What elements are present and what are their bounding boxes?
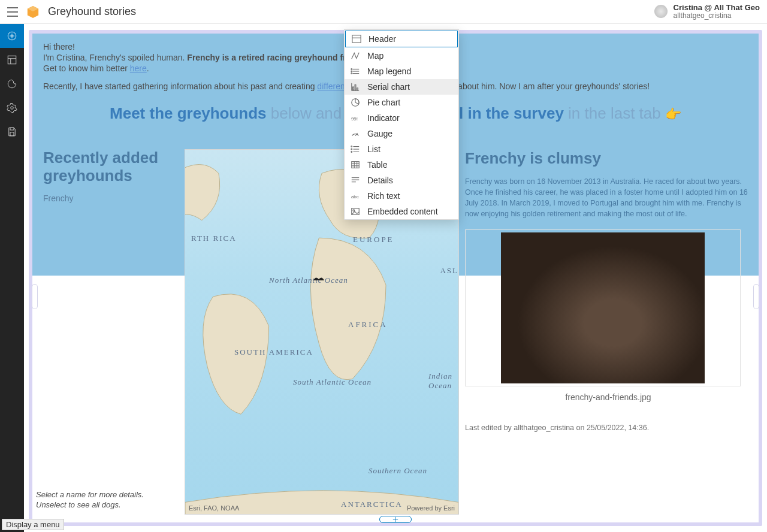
svg-rect-27 <box>357 88 358 90</box>
status-bar: Display a menu <box>2 519 64 530</box>
map-label-africa: AFRICA <box>348 320 388 330</box>
map-label-natl: North Atlantic Ocean <box>269 276 348 285</box>
map-label-asl: ASL <box>440 266 458 276</box>
svg-rect-15 <box>352 35 361 43</box>
svg-point-35 <box>351 149 352 150</box>
svg-point-20 <box>351 69 352 70</box>
svg-point-8 <box>11 107 14 110</box>
top-bar: Greyhound stories Cristina @ All That Ge… <box>0 0 767 24</box>
map-powered: Powered by Esri <box>407 504 455 512</box>
menu-item-embedded[interactable]: Embedded content <box>345 204 458 219</box>
left-panel: Recently added greyhounds Frenchy <box>40 149 179 515</box>
photo-frame <box>465 229 741 386</box>
svg-point-21 <box>351 71 352 72</box>
avatar <box>654 5 668 18</box>
sidebar-layout[interactable] <box>0 48 24 72</box>
svg-point-22 <box>351 73 352 74</box>
menu-item-map-legend[interactable]: Map legend <box>345 64 458 79</box>
point-right-icon: 👉 <box>665 107 681 122</box>
menu-item-gauge[interactable]: Gauge <box>345 126 458 141</box>
svg-rect-26 <box>355 84 356 90</box>
svg-text:abc: abc <box>351 194 359 200</box>
menu-item-header[interactable]: Header <box>345 31 458 47</box>
map-attribution: Esri, FAO, NOAA <box>189 504 239 512</box>
map-label-sa: SOUTH AMERICA <box>234 347 313 357</box>
svg-point-47 <box>353 210 355 211</box>
sidebar-add[interactable] <box>0 24 24 48</box>
list-item[interactable]: Frenchy <box>43 194 179 203</box>
menu-item-pie-chart[interactable]: Pie chart <box>345 95 458 110</box>
map-label-na: RTH RICA <box>191 234 237 243</box>
svg-rect-37 <box>352 162 359 168</box>
menu-item-table[interactable]: Table <box>345 157 458 173</box>
menu-item-list[interactable]: List <box>345 141 458 157</box>
svg-point-36 <box>351 152 352 153</box>
bird-icon <box>313 274 324 283</box>
right-panel-title: Frenchy is clumsy <box>465 149 751 168</box>
svg-rect-9 <box>10 128 14 130</box>
app-title: Greyhound stories <box>48 5 136 18</box>
svg-rect-25 <box>353 87 354 90</box>
map-label-southern: Southern Ocean <box>369 466 427 476</box>
sidebar-save[interactable] <box>0 120 24 144</box>
right-panel: Frenchy is clumsy Frenchy was born on 16… <box>465 149 751 515</box>
photo-caption: frenchy-and-friends.jpg <box>465 392 751 402</box>
svg-text:99!: 99! <box>351 116 358 122</box>
photo <box>501 232 705 383</box>
menu-item-indicator[interactable]: 99!Indicator <box>345 110 458 126</box>
app-logo-icon <box>26 5 40 19</box>
user-block[interactable]: Cristina @ All That Geo allthatgeo_crist… <box>654 4 760 20</box>
map-label-indian: Indian Ocean <box>428 371 458 391</box>
add-element-menu[interactable]: Header Map Map legend Serial chart Pie c… <box>344 29 459 220</box>
here-link[interactable]: here <box>130 64 147 73</box>
last-edited: Last edited by allthatgeo_cristina on 25… <box>465 424 751 432</box>
menu-item-map[interactable]: Map <box>345 48 458 64</box>
sidebar-settings[interactable] <box>0 96 24 120</box>
sidebar-theme[interactable] <box>0 72 24 96</box>
svg-point-34 <box>351 146 352 147</box>
menu-item-serial-chart[interactable]: Serial chart <box>345 79 458 95</box>
map-label-ant: ANTARCTICA <box>341 500 403 509</box>
menu-item-rich-text[interactable]: abcRich text <box>345 188 458 204</box>
svg-rect-5 <box>8 56 16 64</box>
right-panel-body: Frenchy was born on 16 November 2013 in … <box>465 176 751 220</box>
map-label-satl: South Atlantic Ocean <box>293 377 372 387</box>
left-sidebar <box>0 24 24 532</box>
svg-rect-10 <box>10 132 14 136</box>
user-handle: allthatgeo_cristina <box>674 12 760 20</box>
user-name: Cristina @ All That Geo <box>674 4 760 12</box>
menu-item-details[interactable]: Details <box>345 173 458 188</box>
menu-toggle[interactable] <box>7 7 18 17</box>
hint-text: Select a name for more details. Unselect… <box>36 490 163 510</box>
map-label-europe: EUROPE <box>353 235 394 244</box>
left-panel-title: Recently added greyhounds <box>43 149 179 185</box>
